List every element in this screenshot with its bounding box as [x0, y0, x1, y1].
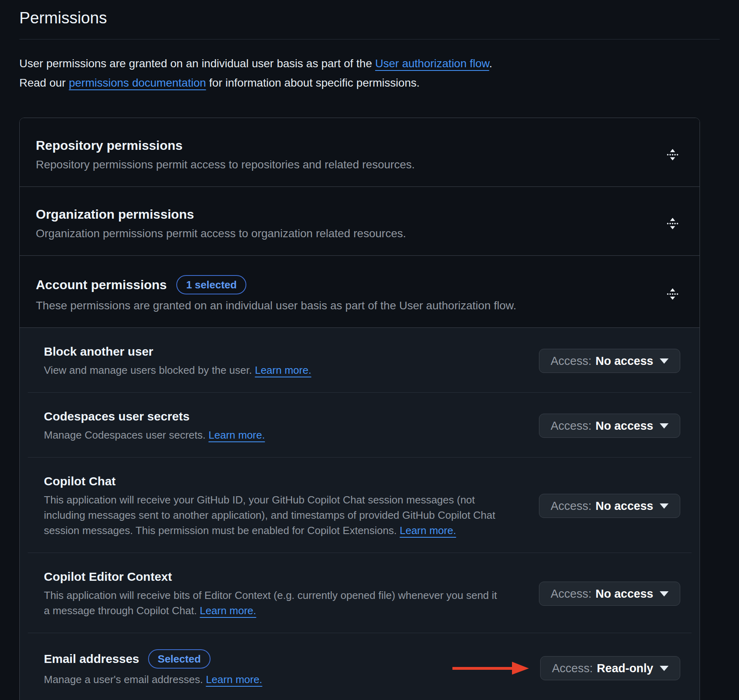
intro-text: User permissions are granted on an indiv… — [19, 54, 720, 93]
section-organization-permissions: Organization permissions Organization pe… — [20, 186, 700, 255]
permission-row-copilot-chat: Copilot Chat This application will recei… — [20, 458, 700, 553]
permissions-page: Permissions User permissions are granted… — [0, 0, 739, 700]
section-repository-permissions: Repository permissions Repository permis… — [20, 118, 700, 186]
access-dropdown-block-another-user[interactable]: Access: No access — [539, 349, 680, 373]
intro-line-2: Read our permissions documentation for i… — [19, 73, 720, 93]
section-title: Organization permissions — [36, 206, 406, 222]
access-dropdown-copilot-editor-context[interactable]: Access: No access — [539, 582, 680, 606]
dropdown-caret-icon — [660, 503, 669, 509]
permission-description: This application will receive bits of Ed… — [44, 588, 499, 618]
learn-more-link[interactable]: Learn more. — [255, 364, 311, 376]
access-dropdown-codespaces-user-secrets[interactable]: Access: No access — [539, 414, 680, 438]
permission-description: View and manage users blocked by the use… — [44, 362, 311, 378]
drag-handle-icon[interactable] — [664, 215, 681, 232]
access-dropdown-email-addresses[interactable]: Access: Read-only — [540, 656, 680, 680]
section-account-permissions: Account permissions 1 selected These per… — [20, 255, 700, 327]
section-description: Organization permissions permit access t… — [36, 226, 406, 241]
section-description: Repository permissions permit access to … — [36, 157, 415, 172]
selected-badge: Selected — [148, 649, 211, 669]
section-title: Account permissions — [36, 277, 167, 293]
section-description: These permissions are granted on an indi… — [36, 298, 516, 313]
permissions-container: Repository permissions Repository permis… — [19, 118, 700, 700]
intro-line-1: User permissions are granted on an indiv… — [19, 54, 720, 73]
annotation-arrow-icon — [452, 661, 530, 675]
drag-handle-icon[interactable] — [664, 146, 681, 163]
permission-title: Copilot Chat — [44, 474, 499, 489]
learn-more-link[interactable]: Learn more. — [200, 605, 256, 617]
permission-row-email-addresses: Email addresses Selected Manage a user's… — [20, 633, 700, 700]
dropdown-caret-icon — [660, 423, 669, 429]
user-authorization-flow-link[interactable]: User authorization flow — [375, 57, 489, 70]
permissions-documentation-link[interactable]: permissions documentation — [69, 77, 206, 89]
permission-description: Manage Codespaces user secrets. Learn mo… — [44, 427, 265, 443]
permission-row-copilot-editor-context: Copilot Editor Context This application … — [20, 553, 700, 633]
permission-description: Manage a user's email addresses. Learn m… — [44, 672, 262, 687]
permission-row-codespaces-user-secrets: Codespaces user secrets Manage Codespace… — [20, 393, 700, 457]
page-title: Permissions — [19, 9, 720, 39]
learn-more-link[interactable]: Learn more. — [206, 673, 262, 686]
section-title: Repository permissions — [36, 137, 415, 153]
access-dropdown-copilot-chat[interactable]: Access: No access — [539, 494, 680, 518]
permission-title: Block another user — [44, 344, 311, 359]
selected-count-badge: 1 selected — [176, 275, 246, 294]
dropdown-caret-icon — [660, 591, 669, 596]
permission-description: This application will receive your GitHu… — [44, 492, 499, 538]
learn-more-link[interactable]: Learn more. — [208, 429, 265, 441]
account-permission-rows: Block another user View and manage users… — [20, 327, 700, 700]
dropdown-caret-icon — [660, 666, 669, 671]
drag-handle-icon[interactable] — [664, 286, 681, 302]
permission-title: Copilot Editor Context — [44, 569, 499, 584]
permission-row-block-another-user: Block another user View and manage users… — [20, 328, 700, 392]
learn-more-link[interactable]: Learn more. — [400, 524, 456, 536]
permission-title: Codespaces user secrets — [44, 409, 265, 424]
permission-title: Email addresses — [44, 651, 139, 667]
dropdown-caret-icon — [660, 358, 669, 364]
